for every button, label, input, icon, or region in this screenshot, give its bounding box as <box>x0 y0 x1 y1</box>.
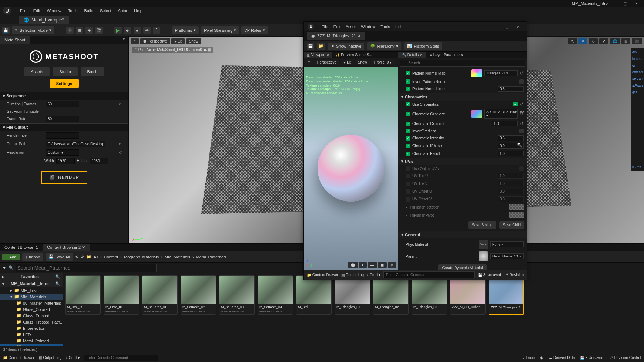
checkbox-icon[interactable]: ✓ <box>406 79 410 84</box>
reset-icon[interactable]: ↺ <box>119 102 122 106</box>
general-header[interactable]: ▾ General <box>398 231 527 238</box>
framerate-input[interactable] <box>46 116 79 122</box>
value-checkbox[interactable] <box>519 129 524 133</box>
batch-button[interactable]: Batch <box>81 67 104 76</box>
step-button[interactable]: ⏭ <box>124 27 131 34</box>
dock-item[interactable]: lorama <box>631 56 643 61</box>
checkbox-icon[interactable]: ✓ <box>406 129 410 133</box>
derived-data-button[interactable]: ☁ Derived Data <box>549 356 575 360</box>
reset-icon[interactable]: ↺ <box>119 142 122 146</box>
reset-icon[interactable]: ↺ <box>119 150 122 155</box>
checkbox-icon[interactable]: ✓ <box>406 112 410 116</box>
add-button[interactable]: + Add <box>2 254 20 260</box>
checkbox-icon[interactable]: ✓ <box>406 102 410 106</box>
cb-asset-grid[interactable]: M_Hex_05 Material Instance M_Octo_01 Mat… <box>63 273 644 346</box>
reset-icon[interactable]: ↺ <box>520 111 524 116</box>
pilot-actor-label[interactable]: ⊙ Pilot Actor: MetaShoot_DSLRCamera0 ⏏ ▦ <box>132 47 213 53</box>
me-close[interactable]: ✕ <box>513 24 523 29</box>
scale-mode-icon[interactable]: ⤢ <box>599 38 608 44</box>
float-input[interactable] <box>498 135 524 141</box>
asset-tile[interactable]: M_Squares_01 Material Instance <box>142 275 178 315</box>
metashoot-tab[interactable]: Meta Shoot <box>0 36 30 44</box>
dock-item[interactable]: LRCam <box>631 76 643 81</box>
chromatics-header[interactable]: ▾ Chromatics <box>398 93 527 101</box>
search-icon[interactable]: 🔍 <box>55 274 60 279</box>
marketplace-icon[interactable]: ▦ <box>76 27 83 34</box>
asset-tile[interactable]: M_Octo_01 Material Instance <box>104 275 139 315</box>
details-tab[interactable]: 🔧 Details ✕ <box>398 52 426 58</box>
cb-tab-1[interactable]: Content Browser 1 <box>0 244 43 251</box>
layer-params-tab[interactable]: ≡ Layer Parameters <box>426 52 466 58</box>
camera-speed-icon[interactable]: 🎥 <box>632 38 642 44</box>
checkbox-icon[interactable] <box>406 197 410 202</box>
checkbox-icon[interactable]: ✓ <box>406 71 410 75</box>
gradient-swatch-icon[interactable] <box>471 110 482 118</box>
me-vp-menu[interactable]: ≡ <box>305 59 313 65</box>
unsaved-button[interactable]: 💾 3 Unsaved <box>580 356 603 360</box>
import-button[interactable]: ↓ Import <box>22 253 43 261</box>
me-browse-icon[interactable]: 📁 <box>317 43 325 50</box>
menu-tools[interactable]: Tools <box>68 9 78 13</box>
value-checkbox[interactable]: ✓ <box>513 102 518 106</box>
parent-swatch-icon[interactable] <box>479 251 488 261</box>
me-menu-file[interactable]: File <box>322 24 328 29</box>
platforms-dropdown[interactable]: Platforms▾ <box>172 26 199 34</box>
translate-mode-icon[interactable]: ✥ <box>578 38 587 44</box>
tree-node[interactable]: ▸📁MM_Levels <box>0 287 63 294</box>
value-checkbox[interactable] <box>519 79 524 84</box>
asset-tile[interactable]: M_Triangles_03 <box>412 275 447 315</box>
float-input[interactable] <box>498 173 524 179</box>
settings-button[interactable]: Settings <box>50 79 79 88</box>
me-menu-help[interactable]: Help <box>395 24 404 29</box>
me-lit[interactable]: ● Lit <box>341 59 354 65</box>
assets-button[interactable]: Assets <box>24 67 50 76</box>
history-back-icon[interactable]: ⟲ <box>75 254 78 259</box>
trace-button[interactable]: ▹ Trace <box>523 356 535 360</box>
menu-window[interactable]: Window <box>47 9 61 13</box>
platform-stats-button[interactable]: 📊 Platform Stats <box>404 42 442 50</box>
asset-tile[interactable]: M_Hex_05 Material Instance <box>65 275 101 315</box>
menu-actor[interactable]: Actor <box>118 9 128 13</box>
float-input[interactable] <box>498 143 524 149</box>
me-menu-tools[interactable]: Tools <box>380 24 390 29</box>
parent-dropdown[interactable]: Metal_Master_V2 ▾ <box>490 253 524 259</box>
pixelstreaming-dropdown[interactable]: Pixel Streaming▾ <box>201 26 239 34</box>
plane-shape-icon[interactable]: ▬ <box>368 262 377 268</box>
play-button[interactable]: ▶ <box>114 27 122 34</box>
dock-item[interactable]: or <box>631 63 643 68</box>
cb-tree[interactable]: ▸ Favorites 🔍 ▾ MM_Materials_Intro 🔍 ▸📁M… <box>0 273 63 346</box>
float-input[interactable] <box>492 121 518 126</box>
texture-swatch-icon[interactable] <box>471 69 482 77</box>
tree-node[interactable]: 📁Glass_Colored <box>0 306 63 312</box>
sphere-shape-icon[interactable]: ● <box>359 262 367 268</box>
eject-button[interactable]: ⏏ <box>143 27 151 34</box>
tree-node[interactable]: 📁00_Master_Materials <box>0 300 63 306</box>
checkbox-icon[interactable] <box>406 174 410 178</box>
outputlog-button[interactable]: ▤ Output Log <box>39 356 61 360</box>
sequence-header[interactable]: ▾ Sequence <box>0 92 128 100</box>
dock-item[interactable]: dio <box>631 50 643 55</box>
me-profile[interactable]: Profile_0 ▾ <box>371 59 395 65</box>
me-outputlog-button[interactable]: ▤ Output Log <box>341 273 364 277</box>
tree-node[interactable]: 📁Glass_Frosted <box>0 312 63 319</box>
saveall-button[interactable]: 💾 Save All <box>46 253 73 261</box>
asset-tile[interactable]: M_Squares_03 Material Instance <box>219 275 255 315</box>
asset-tile[interactable]: M_Stri... <box>296 275 332 315</box>
me-drawer-button[interactable]: 📁 Content Drawer <box>307 273 338 277</box>
tree-node[interactable]: ▾📁MM_Materials <box>0 294 63 300</box>
reset-icon[interactable]: ↺ <box>520 121 524 126</box>
tree-node[interactable]: 📁Glass_Frosted_Path... <box>0 319 63 325</box>
asset-tile[interactable]: M_Triangles_01 <box>335 275 370 315</box>
save-child-button[interactable]: Save Child <box>499 221 524 229</box>
asset-tile[interactable]: ZZZ_M_Triangles_2 <box>489 275 524 315</box>
cube-shape-icon[interactable]: ◼ <box>378 262 387 268</box>
uvs-header[interactable]: ▾ UVs <box>398 158 527 165</box>
cinematics-icon[interactable]: 🎬 <box>95 27 103 34</box>
float-input[interactable] <box>498 151 524 156</box>
revision-button[interactable]: ⎇ Revision Control <box>608 356 641 360</box>
gradient-dropdown[interactable]: AR_CRV_Blue_Pink_Gre ▾ <box>484 109 518 119</box>
crumb[interactable]: All <box>93 255 99 259</box>
checkbox-icon[interactable]: ✓ <box>406 144 410 148</box>
phys-dropdown[interactable]: None ▾ <box>490 241 524 247</box>
width-input[interactable] <box>56 158 75 164</box>
